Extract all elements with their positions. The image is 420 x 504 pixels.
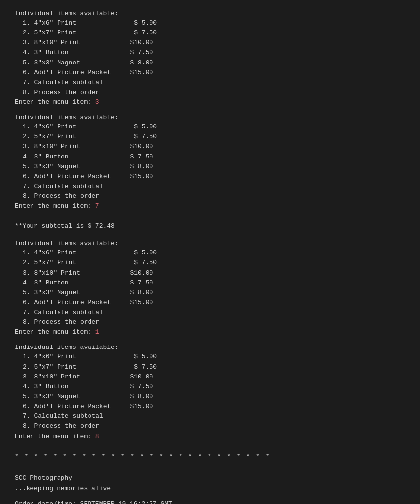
- menu-item-2-7: 7. Calculate subtotal: [15, 182, 405, 191]
- user-input-4: 8: [95, 433, 99, 440]
- menu-item-2-3: 3. 8"x10" Print $10.00: [15, 142, 405, 152]
- menu-item-2-1: 1. 4"x6" Print $ 5.00: [15, 122, 405, 132]
- menu-item-2-6: 6. Add'l Picture Packet $15.00: [15, 172, 405, 182]
- menu-header-2: Individual items available:: [15, 114, 405, 121]
- session-3: Individual items available: 1. 4"x6" Pri…: [15, 240, 405, 336]
- menu-item-3-7: 7. Calculate subtotal: [15, 308, 405, 317]
- menu-item-2-5: 5. 3"x3" Magnet $ 8.00: [15, 162, 405, 172]
- prompt-3: Enter the menu item: 1: [15, 328, 405, 336]
- menu-item-3-4: 4. 3" Button $ 7.50: [15, 278, 405, 288]
- session-2: Individual items available: 1. 4"x6" Pri…: [15, 114, 405, 210]
- menu-item-2-8: 8. Process the order: [15, 191, 405, 201]
- company-tagline: ...keeping memories alive: [15, 483, 405, 494]
- menu-item-3-6: 6. Add'l Picture Packet $15.00: [15, 298, 405, 308]
- user-input-1: 3: [95, 98, 99, 106]
- menu-item-4-4: 4. 3" Button $ 7.50: [15, 382, 405, 392]
- menu-item-1-3: 3. 8"x10" Print $10.00: [15, 38, 405, 48]
- separator-line: * * * * * * * * * * * * * * * * * * * * …: [15, 453, 405, 460]
- menu-item-4-2: 2. 5"x7" Print $ 7.50: [15, 362, 405, 372]
- menu-header-3: Individual items available:: [15, 240, 405, 247]
- menu-item-3-2: 2. 5"x7" Print $ 7.50: [15, 258, 405, 268]
- prompt-2: Enter the menu item: 7: [15, 202, 405, 210]
- prompt-1: Enter the menu item: 3: [15, 98, 405, 106]
- menu-item-1-7: 7. Calculate subtotal: [15, 78, 405, 88]
- menu-item-1-8: 8. Process the order: [15, 88, 405, 97]
- order-datetime: Order date/time: SEPTEMBER 19 16:2:57 GM…: [15, 499, 405, 504]
- menu-item-1-2: 2. 5"x7" Print $ 7.50: [15, 28, 405, 38]
- menu-item-3-8: 8. Process the order: [15, 317, 405, 327]
- menu-item-2-2: 2. 5"x7" Print $ 7.50: [15, 132, 405, 142]
- menu-item-4-7: 7. Calculate subtotal: [15, 411, 405, 421]
- menu-item-4-6: 6. Add'l Picture Packet $15.00: [15, 402, 405, 411]
- user-input-3: 1: [95, 328, 99, 336]
- menu-item-1-1: 1. 4"x6" Print $ 5.00: [15, 18, 405, 28]
- menu-header-1: Individual items available:: [15, 10, 405, 17]
- company-name: SCC Photography: [15, 473, 405, 483]
- subtotal-display: **Your subtotal is $ 72.48: [15, 222, 405, 230]
- prompt-4: Enter the menu item: 8: [15, 433, 405, 440]
- menu-item-2-4: 4. 3" Button $ 7.50: [15, 152, 405, 162]
- user-input-2: 7: [95, 202, 99, 210]
- menu-item-1-6: 6. Add'l Picture Packet $15.00: [15, 68, 405, 78]
- menu-item-4-3: 3. 8"x10" Print $10.00: [15, 372, 405, 382]
- menu-item-4-8: 8. Process the order: [15, 421, 405, 431]
- session-4: Individual items available: 1. 4"x6" Pri…: [15, 344, 405, 440]
- menu-item-1-4: 4. 3" Button $ 7.50: [15, 48, 405, 58]
- receipt-section: SCC Photography ...keeping memories aliv…: [15, 473, 405, 504]
- menu-item-3-3: 3. 8"x10" Print $10.00: [15, 268, 405, 278]
- menu-item-3-5: 5. 3"x3" Magnet $ 8.00: [15, 288, 405, 298]
- session-1: Individual items available: 1. 4"x6" Pri…: [15, 10, 405, 106]
- menu-item-4-1: 1. 4"x6" Print $ 5.00: [15, 352, 405, 362]
- terminal-window: Individual items available: 1. 4"x6" Pri…: [0, 0, 420, 504]
- menu-header-4: Individual items available:: [15, 344, 405, 351]
- menu-item-1-5: 5. 3"x3" Magnet $ 8.00: [15, 58, 405, 68]
- menu-item-4-5: 5. 3"x3" Magnet $ 8.00: [15, 392, 405, 402]
- menu-item-3-1: 1. 4"x6" Print $ 5.00: [15, 248, 405, 258]
